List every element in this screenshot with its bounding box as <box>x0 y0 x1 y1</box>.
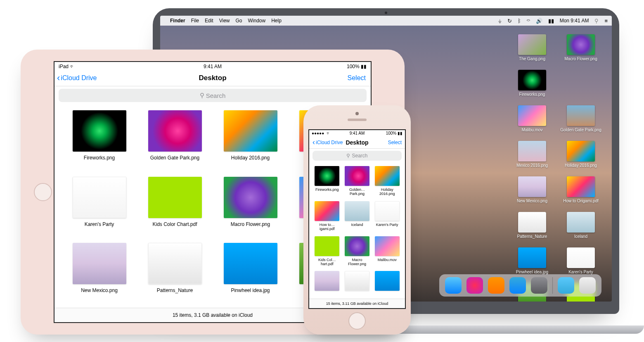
desktop-file[interactable]: Mexico 2016.png <box>511 141 553 168</box>
ipad-navbar: ‹ iCloud Drive Desktop Select <box>54 70 371 86</box>
mac-menu-file[interactable]: File <box>191 18 199 24</box>
file-thumbnail <box>315 201 339 221</box>
file-thumbnail <box>567 176 595 197</box>
file-thumbnail <box>224 177 277 218</box>
desktop-file[interactable]: Golden Gate Park.png <box>560 105 601 133</box>
file-item[interactable]: Patterns_Nature <box>139 243 211 302</box>
file-item[interactable]: Iceland <box>343 201 371 234</box>
iphone-back-button[interactable]: ‹ iCloud Drive <box>313 138 343 147</box>
file-item[interactable]: Holiday 2016.png <box>373 166 401 199</box>
dock-appstore[interactable] <box>509 277 526 294</box>
desktop-file[interactable]: New Mexico.png <box>511 176 553 204</box>
file-item[interactable]: Karen's Party <box>64 177 135 236</box>
desktop-file[interactable]: Malibu.mov <box>511 105 553 133</box>
file-label: Malibu.mov <box>521 128 542 133</box>
file-thumbnail <box>518 141 546 162</box>
file-item[interactable]: Macro Flower.png <box>343 236 371 269</box>
dock-downloads[interactable] <box>558 277 574 294</box>
dock-finder[interactable] <box>445 277 462 294</box>
file-item[interactable]: Golden Gate Park.png <box>139 110 211 169</box>
file-label: Patterns_Nature <box>157 287 193 293</box>
file-item[interactable]: Holiday 2016.png <box>215 110 286 169</box>
mac-menu-edit[interactable]: Edit <box>205 18 213 24</box>
dock-trash[interactable] <box>579 277 596 294</box>
file-item[interactable]: How to…igami.pdf <box>313 201 341 234</box>
wifi-icon: ᯤ <box>70 64 75 69</box>
dock-itunes[interactable] <box>466 277 483 294</box>
file-item[interactable]: Macro Flower.png <box>215 177 286 236</box>
iphone-search-field[interactable]: ⚲ Search <box>313 151 402 161</box>
file-thumbnail <box>224 243 277 284</box>
battery-icon: ▮▮ <box>361 64 367 69</box>
dock-settings[interactable] <box>531 277 547 294</box>
desktop-file[interactable]: How to Origami.pdf <box>560 176 601 204</box>
dock-ibooks[interactable] <box>488 277 504 294</box>
file-item[interactable] <box>343 271 371 295</box>
mac-menubar-app[interactable]: Finder <box>170 18 185 24</box>
file-label: Holiday 2016.png <box>373 188 401 196</box>
desktop-file[interactable]: Patterns_Nature <box>511 212 553 239</box>
file-label: Macro Flower.png <box>564 57 597 62</box>
volume-icon[interactable]: 🔊 <box>536 18 542 24</box>
mac-menubar: Finder File Edit View Go Window Help ⏚ ↻… <box>160 16 612 26</box>
desktop-file[interactable]: Karen's Party <box>560 247 601 275</box>
file-thumbnail <box>567 141 595 162</box>
desktop-file[interactable]: Holiday 2016.png <box>560 141 601 168</box>
mac-menu-help[interactable]: Help <box>271 18 282 24</box>
file-item[interactable]: Fireworks.png <box>313 166 341 199</box>
dock-separator <box>552 277 553 294</box>
file-label: Iceland <box>351 223 363 227</box>
file-item[interactable]: Kids Col…hart.pdf <box>313 236 341 269</box>
file-item[interactable] <box>313 271 341 295</box>
desktop-file[interactable]: Macro Flower.png <box>560 34 601 62</box>
mac-dock <box>439 274 601 297</box>
ipad-status-right: 100% ▮▮ <box>347 64 367 69</box>
file-item[interactable]: Pinwheel idea.jpg <box>215 243 286 302</box>
iphone-speaker <box>348 119 367 121</box>
file-item[interactable]: Kids Color Chart.pdf <box>139 177 211 236</box>
bluetooth-icon[interactable]: ᛒ <box>518 18 521 24</box>
desktop-file[interactable]: Pinwheel idea.jpg <box>511 247 553 275</box>
ipad-select-button[interactable]: Select <box>348 74 366 82</box>
mac-menu-view[interactable]: View <box>219 18 230 24</box>
file-thumbnail <box>224 110 277 152</box>
ipad-home-button[interactable] <box>34 183 52 201</box>
wifi-signal-icon[interactable]: ⌔ <box>527 18 530 24</box>
battery-icon[interactable]: ▮▮ <box>548 18 554 24</box>
iphone-device: ●●●●● ᯤ 9:41 AM 100% ▮▮ ‹ iCloud Drive D… <box>303 105 411 335</box>
mac-clock[interactable]: Mon 9:41 AM <box>560 18 589 24</box>
desktop-file[interactable]: Fireworks.png <box>511 70 553 97</box>
mac-menu-window[interactable]: Window <box>248 18 266 24</box>
file-label: Holiday 2016.png <box>231 155 270 161</box>
file-item[interactable]: New Mexico.png <box>64 243 135 302</box>
iphone-home-button[interactable] <box>348 312 366 330</box>
notification-center-icon[interactable]: ≡ <box>604 18 608 24</box>
mac-menu-go[interactable]: Go <box>236 18 242 24</box>
iphone-navbar: ‹ iCloud Drive Desktop Select <box>309 136 405 149</box>
file-item[interactable] <box>373 271 401 295</box>
file-thumbnail <box>315 236 339 256</box>
file-label: Pinwheel idea.jpg <box>231 287 270 293</box>
file-item[interactable]: Fireworks.png <box>64 110 135 169</box>
file-thumbnail <box>73 110 126 152</box>
desktop-file[interactable]: Iceland <box>560 212 601 239</box>
file-item[interactable]: Golden…Park.png <box>343 166 371 199</box>
ipad-status-bar: iPad ᯤ 9:41 AM 100% ▮▮ <box>54 62 371 70</box>
timemachine-icon[interactable]: ↻ <box>507 18 512 24</box>
file-label: Golden Gate Park.png <box>150 155 199 161</box>
iphone-select-button[interactable]: Select <box>388 140 402 145</box>
file-item[interactable]: Malibu.mov <box>373 236 401 269</box>
file-label: Holiday 2016.png <box>565 163 597 168</box>
file-thumbnail <box>345 236 369 256</box>
file-thumbnail <box>375 236 400 256</box>
file-item[interactable]: Karen's Party <box>373 201 401 234</box>
file-label: Macro Flower.png <box>343 258 371 266</box>
file-label: Karen's Party <box>85 221 114 227</box>
wifi-icon[interactable]: ⏚ <box>498 18 502 24</box>
ipad-back-button[interactable]: ‹ iCloud Drive <box>57 73 97 83</box>
desktop-file[interactable]: The Gang.png <box>511 34 553 62</box>
file-label: Karen's Party <box>376 223 398 227</box>
spotlight-icon[interactable]: ⚲ <box>594 18 599 24</box>
iphone-signal: ●●●●● ᯤ <box>312 131 331 135</box>
ipad-search-field[interactable]: ⚲ Search <box>59 89 367 102</box>
